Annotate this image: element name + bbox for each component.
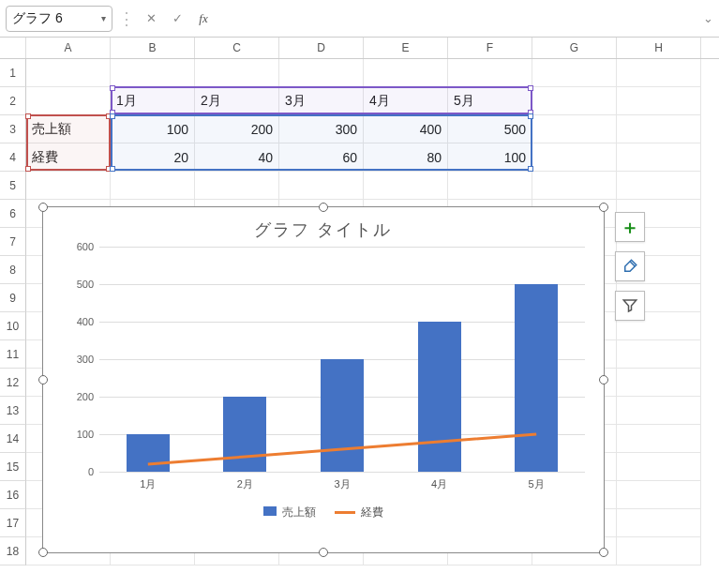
cell[interactable]: 1月 — [111, 87, 195, 115]
cell[interactable] — [617, 481, 701, 509]
cell[interactable] — [26, 172, 111, 200]
row-header[interactable]: 14 — [0, 425, 26, 453]
row-header[interactable]: 2 — [0, 87, 26, 115]
col-header[interactable]: A — [26, 38, 111, 58]
row-header[interactable]: 16 — [0, 481, 26, 509]
resize-handle[interactable] — [599, 375, 608, 384]
resize-handle[interactable] — [599, 203, 608, 212]
cell[interactable] — [617, 115, 701, 143]
chart-add-element-button[interactable]: ＋ — [615, 212, 645, 242]
col-header[interactable]: B — [111, 38, 195, 58]
cell[interactable] — [448, 59, 532, 87]
chart-title[interactable]: グラフ タイトル — [43, 219, 604, 241]
col-header[interactable]: C — [195, 38, 279, 58]
cell[interactable] — [279, 172, 364, 200]
row-header[interactable]: 5 — [0, 172, 26, 200]
cell[interactable] — [111, 172, 195, 200]
row-header[interactable]: 11 — [0, 340, 26, 369]
row-header[interactable]: 1 — [0, 59, 26, 87]
cell[interactable] — [617, 425, 701, 453]
cell[interactable] — [617, 509, 701, 537]
cell[interactable]: 4月 — [364, 87, 448, 115]
cell[interactable]: 5月 — [448, 87, 532, 115]
row-header[interactable]: 18 — [0, 537, 26, 565]
select-all-cell[interactable] — [0, 38, 26, 58]
formula-input[interactable] — [219, 8, 697, 29]
chart-legend[interactable]: 売上額 経費 — [43, 505, 604, 520]
row-header[interactable]: 3 — [0, 115, 26, 143]
resize-handle[interactable] — [319, 203, 328, 212]
resize-handle[interactable] — [38, 203, 48, 212]
cell[interactable] — [617, 537, 701, 565]
cell[interactable] — [617, 172, 701, 200]
resize-handle[interactable] — [38, 375, 48, 384]
cell[interactable]: 100 — [448, 143, 532, 172]
cell[interactable]: 100 — [111, 115, 195, 143]
cell[interactable] — [195, 172, 279, 200]
cell[interactable] — [364, 172, 448, 200]
row-header[interactable]: 17 — [0, 509, 26, 537]
cell[interactable] — [532, 115, 617, 143]
chevron-down-icon[interactable]: ▾ — [101, 13, 106, 23]
row-header[interactable]: 8 — [0, 256, 26, 284]
cell[interactable]: 20 — [111, 143, 195, 172]
chart-bar[interactable] — [321, 359, 364, 472]
cell[interactable] — [364, 59, 448, 87]
cell[interactable] — [26, 59, 111, 87]
row-header[interactable]: 12 — [0, 369, 26, 397]
cell[interactable] — [532, 87, 617, 115]
chart-bar[interactable] — [127, 434, 170, 472]
cell[interactable]: 40 — [195, 143, 279, 172]
chart-filter-button[interactable] — [615, 291, 645, 321]
row-header[interactable]: 7 — [0, 228, 26, 256]
cell[interactable] — [617, 143, 701, 172]
row-header[interactable]: 13 — [0, 397, 26, 425]
cell[interactable] — [532, 143, 617, 172]
cell[interactable] — [279, 59, 364, 87]
cell[interactable] — [617, 397, 701, 425]
cell[interactable]: 3月 — [279, 87, 364, 115]
chart-plot-area[interactable]: 0100200300400500600 — [99, 247, 585, 472]
cell[interactable] — [617, 369, 701, 397]
chart-style-button[interactable] — [615, 251, 645, 281]
cell[interactable]: 500 — [448, 115, 532, 143]
resize-handle[interactable] — [599, 548, 608, 557]
legend-entry-line[interactable]: 経費 — [335, 505, 383, 520]
chart-bar[interactable] — [418, 322, 461, 472]
chart-bar[interactable] — [515, 284, 558, 472]
cell[interactable] — [448, 172, 532, 200]
row-header[interactable]: 6 — [0, 200, 26, 228]
cell[interactable]: 60 — [279, 143, 364, 172]
chart-bar[interactable] — [223, 397, 266, 472]
col-header[interactable]: H — [617, 38, 701, 58]
col-header[interactable]: D — [279, 38, 364, 58]
col-header[interactable]: G — [532, 38, 617, 58]
name-box[interactable]: グラフ 6 ▾ — [6, 6, 112, 32]
cell[interactable] — [26, 87, 111, 115]
cell[interactable] — [532, 59, 617, 87]
expand-formula-icon[interactable]: ⌄ — [703, 11, 713, 25]
col-header[interactable]: F — [448, 38, 532, 58]
cell[interactable] — [617, 340, 701, 369]
col-header[interactable]: E — [364, 38, 448, 58]
cancel-icon[interactable]: ✕ — [141, 8, 161, 29]
cell[interactable] — [195, 59, 279, 87]
confirm-icon[interactable]: ✓ — [167, 8, 187, 29]
cell[interactable]: 2月 — [195, 87, 279, 115]
resize-handle[interactable] — [319, 548, 328, 557]
cell[interactable]: 300 — [279, 115, 364, 143]
row-header[interactable]: 4 — [0, 143, 26, 172]
cell[interactable]: 200 — [195, 115, 279, 143]
legend-entry-bar[interactable]: 売上額 — [263, 505, 316, 520]
cell[interactable] — [617, 453, 701, 481]
cell[interactable] — [532, 172, 617, 200]
cell[interactable] — [617, 87, 701, 115]
cell[interactable]: 売上額 — [26, 115, 111, 143]
row-header[interactable]: 10 — [0, 312, 26, 340]
cell[interactable]: 80 — [364, 143, 448, 172]
row-header[interactable]: 9 — [0, 284, 26, 312]
fx-icon[interactable]: fx — [193, 8, 214, 29]
cell[interactable]: 経費 — [26, 143, 111, 172]
cell[interactable]: 400 — [364, 115, 448, 143]
resize-handle[interactable] — [38, 548, 48, 557]
